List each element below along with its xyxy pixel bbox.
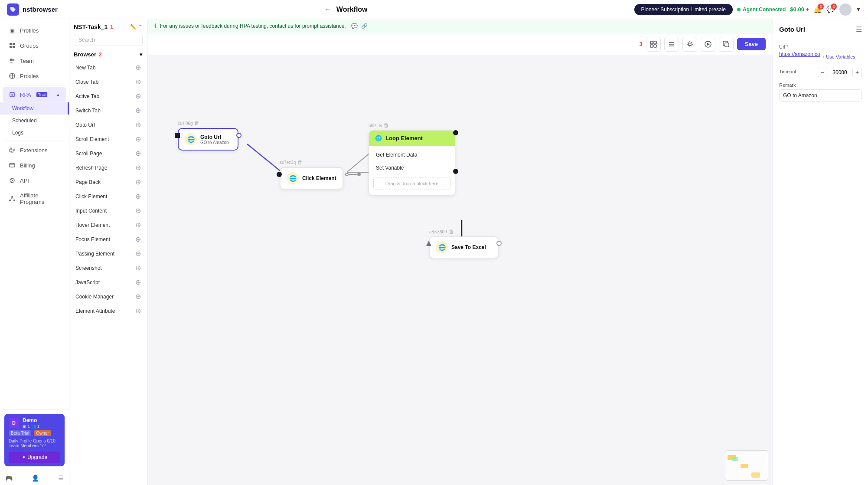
block-item-cookie-manager[interactable]: Cookie Manager ⊕ xyxy=(72,289,144,304)
block-item-scroll-element[interactable]: Scroll Element ⊕ xyxy=(72,132,144,146)
add-scroll-page-icon[interactable]: ⊕ xyxy=(135,149,141,157)
block-search-input[interactable] xyxy=(74,34,143,46)
sidebar-item-extensions[interactable]: Extensions xyxy=(3,143,66,157)
block-item-click-element[interactable]: Click Element ⊕ xyxy=(72,189,144,203)
settings-button[interactable] xyxy=(682,37,697,52)
block-item-page-back[interactable]: Page Back ⊕ xyxy=(72,175,144,189)
upgrade-button[interactable]: ✦ Upgrade xyxy=(9,452,60,463)
add-goto-url-icon[interactable]: ⊕ xyxy=(135,121,141,129)
goto-url-delete[interactable]: 🗑 xyxy=(194,120,199,126)
add-page-back-icon[interactable]: ⊕ xyxy=(135,178,141,186)
add-refresh-page-icon[interactable]: ⊕ xyxy=(135,164,141,172)
add-cookie-manager-icon[interactable]: ⊕ xyxy=(135,292,141,301)
save-excel-delete[interactable]: 🗑 xyxy=(449,229,454,235)
block-item-element-attribute[interactable]: Element Attribute ⊕ xyxy=(72,304,144,318)
add-element-attribute-icon[interactable]: ⊕ xyxy=(135,307,141,315)
sidebar-item-groups[interactable]: Groups xyxy=(3,38,66,53)
sidebar-item-rpa[interactable]: RPA Trial ▲ xyxy=(3,87,66,102)
goto-url-output-dot[interactable] xyxy=(236,133,241,138)
copy-button[interactable] xyxy=(719,37,734,52)
block-item-new-tab[interactable]: New Tab ⊕ xyxy=(72,60,144,75)
block-panel-header: NST-Task_1 1 ✏️ ⌃ xyxy=(69,19,147,49)
svg-rect-34 xyxy=(751,472,760,478)
sidebar-label-extensions: Extensions xyxy=(20,147,48,154)
discord-icon-button[interactable]: 🎮 xyxy=(5,475,13,482)
sidebar-item-profiles[interactable]: ▣ Profiles xyxy=(3,23,66,38)
canvas-area: ℹ For any issues or feedback during RPA … xyxy=(147,19,773,485)
task-collapse-button[interactable]: ⌃ xyxy=(138,24,143,30)
save-excel-node[interactable]: a8w3809 🗑 🌐 Save To Excel xyxy=(429,229,499,258)
click-element-node[interactable]: sx7ez3q 🗑 🌐 Click Element xyxy=(280,159,343,190)
add-passing-element-icon[interactable]: ⊕ xyxy=(135,249,141,258)
sidebar-sub-workflow[interactable]: Workflow xyxy=(0,102,69,115)
list-view-button[interactable] xyxy=(664,37,679,52)
workflow-canvas[interactable]: cuzl06g 🗑 🌐 Goto Url GO to Amazon sx7 xyxy=(147,55,773,485)
url-value[interactable]: https://amazon.co xyxy=(779,51,820,57)
loop-output-bottom-dot xyxy=(453,169,458,174)
browser-collapse-icon: ▾ xyxy=(140,51,143,58)
loop-item-get-element-data[interactable]: Get Element Data xyxy=(369,148,455,161)
block-item-javascript[interactable]: JavaScript ⊕ xyxy=(72,275,144,289)
click-element-connector xyxy=(345,173,361,176)
timeout-decrement-button[interactable]: − xyxy=(818,68,827,77)
click-element-label: Click Element xyxy=(302,175,336,181)
block-item-close-tab[interactable]: Close Tab ⊕ xyxy=(72,75,144,89)
notifications-button[interactable]: 🔔 2 xyxy=(813,5,822,13)
block-item-input-content[interactable]: Input Content ⊕ xyxy=(72,203,144,218)
sidebar-sub-scheduled[interactable]: Scheduled xyxy=(0,115,69,127)
add-focus-element-icon[interactable]: ⊕ xyxy=(135,235,141,243)
loop-item-set-variable[interactable]: Set Variable xyxy=(369,161,455,174)
add-close-tab-icon[interactable]: ⊕ xyxy=(135,78,141,86)
block-item-passing-element[interactable]: Passing Element ⊕ xyxy=(72,246,144,261)
messages-button[interactable]: 💬 2 xyxy=(826,5,835,13)
add-switch-tab-icon[interactable]: ⊕ xyxy=(135,106,141,115)
add-active-tab-icon[interactable]: ⊕ xyxy=(135,92,141,100)
use-variables-link[interactable]: + Use Variables xyxy=(822,54,855,59)
grid-view-button[interactable] xyxy=(646,37,661,52)
discord-canvas-icon[interactable]: 🔗 xyxy=(361,23,368,29)
add-scroll-element-icon[interactable]: ⊕ xyxy=(135,135,141,143)
presale-button[interactable]: Pioneer Subscription Limited presale xyxy=(634,4,733,15)
chat-icon[interactable]: 💬 xyxy=(351,23,358,29)
back-button[interactable]: ← xyxy=(324,6,331,13)
add-hover-element-icon[interactable]: ⊕ xyxy=(135,221,141,229)
right-panel-settings-button[interactable]: ☰ xyxy=(856,25,862,33)
block-item-focus-element[interactable]: Focus Element ⊕ xyxy=(72,232,144,246)
save-button[interactable]: Save xyxy=(737,38,766,50)
add-javascript-icon[interactable]: ⊕ xyxy=(135,278,141,286)
block-item-refresh-page[interactable]: Refresh Page ⊕ xyxy=(72,161,144,175)
add-screenshot-icon[interactable]: ⊕ xyxy=(135,264,141,272)
block-item-hover-element[interactable]: Hover Element ⊕ xyxy=(72,218,144,232)
loop-drop-zone[interactable]: Drag & drop a block here xyxy=(373,177,450,190)
block-item-scroll-page[interactable]: Scroll Page ⊕ xyxy=(72,146,144,161)
sidebar-item-proxies[interactable]: Proxies xyxy=(3,69,66,83)
add-click-element-icon[interactable]: ⊕ xyxy=(135,192,141,200)
sidebar-divider-1 xyxy=(4,85,65,85)
add-input-content-icon[interactable]: ⊕ xyxy=(135,206,141,215)
block-item-active-tab[interactable]: Active Tab ⊕ xyxy=(72,89,144,103)
sidebar-item-billing[interactable]: Billing xyxy=(3,158,66,173)
play-button[interactable] xyxy=(701,37,715,52)
menu-icon-button[interactable]: ☰ xyxy=(58,475,64,482)
goto-url-node[interactable]: cuzl06g 🗑 🌐 Goto Url GO to Amazon xyxy=(178,120,238,151)
task-edit-button[interactable]: ✏️ xyxy=(130,24,137,30)
save-excel-box[interactable]: 🌐 Save To Excel xyxy=(429,236,499,258)
click-element-delete[interactable]: 🗑 xyxy=(297,159,303,165)
loop-element-node[interactable]: 58lzi3v 🗑 🌐 Loop Element Get Element Dat… xyxy=(369,122,455,196)
sidebar-sub-logs[interactable]: Logs xyxy=(0,127,69,139)
sidebar-item-api[interactable]: API xyxy=(3,173,66,188)
browser-section[interactable]: Browser 2 ▾ xyxy=(69,49,147,60)
block-item-screenshot[interactable]: Screenshot ⊕ xyxy=(72,261,144,275)
goto-url-box[interactable]: 🌐 Goto Url GO to Amazon xyxy=(178,128,238,151)
sidebar-item-team[interactable]: Team xyxy=(3,53,66,68)
timeout-increment-button[interactable]: + xyxy=(852,68,862,77)
user-settings-button[interactable]: 👤 xyxy=(32,475,39,482)
loop-element-delete[interactable]: 🗑 xyxy=(384,122,389,128)
block-item-switch-tab[interactable]: Switch Tab ⊕ xyxy=(72,103,144,118)
loop-element-box[interactable]: 🌐 Loop Element Get Element Data Set Vari… xyxy=(369,130,455,196)
block-item-goto-url[interactable]: Goto Url ⊕ xyxy=(72,118,144,132)
svg-rect-19 xyxy=(654,45,656,47)
add-new-tab-icon[interactable]: ⊕ xyxy=(135,63,141,72)
click-element-box[interactable]: 🌐 Click Element xyxy=(280,167,343,190)
sidebar-item-affiliate[interactable]: Affiliate Programs xyxy=(3,188,66,209)
